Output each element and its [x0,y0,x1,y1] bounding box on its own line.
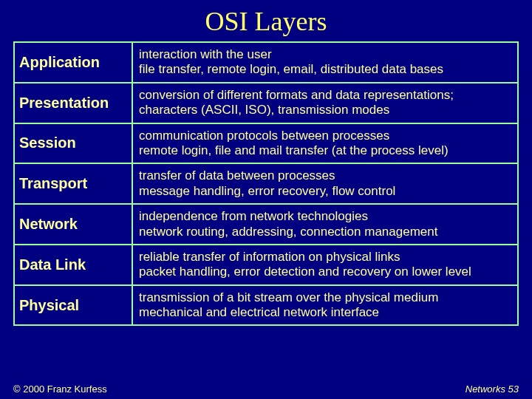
table-row: Application interaction with the user fi… [13,41,519,83]
copyright: © 2000 Franz Kurfess [13,383,107,395]
layer-desc-line: mechanical and electrical network interf… [139,305,513,320]
layer-desc-line: reliable transfer of information on phys… [139,250,513,265]
slide: OSI Layers Application interaction with … [0,0,532,399]
osi-table: Application interaction with the user fi… [13,41,519,326]
layer-desc-line: characters (ASCII, ISO), transmission mo… [139,103,513,117]
layer-name: Application [15,43,133,82]
layer-name: Transport [15,164,133,203]
layer-desc: interaction with the user file transfer,… [133,43,517,82]
layer-desc: transfer of data between processes messa… [133,164,517,203]
layer-desc-line: independence from network technologies [139,209,513,224]
layer-name: Network [15,205,133,244]
layer-name: Session [15,124,133,163]
table-row: Network independence from network techno… [13,205,519,245]
layer-desc-line: file transfer, remote login, email, dist… [139,62,513,77]
layer-desc-line: message handling, error recovery, flow c… [139,184,513,199]
page-number: Networks 53 [466,383,519,395]
layer-desc: conversion of different formats and data… [133,83,517,123]
layer-desc: transmission of a bit stream over the ph… [133,286,517,325]
layer-desc-line: packet handling, error detection and rec… [139,265,513,279]
layer-desc-line: network routing, addressing, connection … [139,225,513,239]
layer-desc-line: conversion of different formats and data… [139,88,513,103]
layer-desc-line: transfer of data between processes [139,168,513,183]
layer-desc-line: communication protocols between processe… [139,129,513,143]
layer-desc-line: interaction with the user [139,47,513,62]
slide-title: OSI Layers [13,6,519,37]
layer-desc: communication protocols between processe… [133,124,517,163]
footer: © 2000 Franz Kurfess Networks 53 [13,383,519,395]
layer-desc-line: remote login, file and mail transfer (at… [139,143,513,158]
layer-desc: independence from network technologies n… [133,205,517,244]
table-row: Physical transmission of a bit stream ov… [13,286,519,327]
layer-name: Presentation [15,83,133,123]
table-row: Presentation conversion of different for… [13,83,519,124]
table-row: Transport transfer of data between proce… [13,164,519,205]
table-row: Session communication protocols between … [13,124,519,165]
layer-name: Data Link [15,245,133,284]
table-row: Data Link reliable transfer of informati… [13,245,519,286]
layer-name: Physical [15,286,133,325]
layer-desc: reliable transfer of information on phys… [133,245,517,284]
layer-desc-line: transmission of a bit stream over the ph… [139,290,513,305]
